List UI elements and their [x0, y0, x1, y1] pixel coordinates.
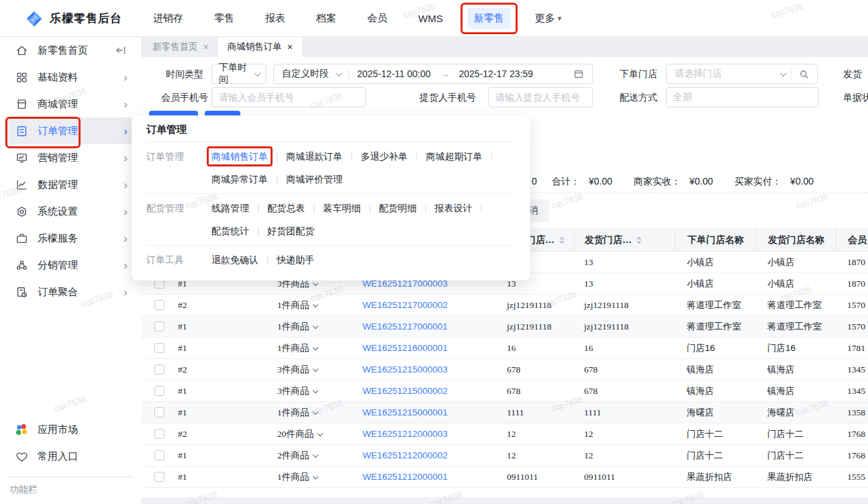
- panel-link-商城销售订单[interactable]: 商城销售订单: [211, 145, 268, 168]
- row-checkbox[interactable]: [154, 386, 164, 396]
- order-number-link[interactable]: WE16251217000001: [363, 321, 448, 332]
- items-count-dropdown[interactable]: 3件商品: [228, 364, 356, 376]
- row-checkbox[interactable]: [154, 429, 164, 439]
- tab-close-icon[interactable]: ×: [287, 42, 293, 52]
- order-number-cell: WE16251216000001: [356, 343, 497, 353]
- date-from-value[interactable]: 2025-12-11 00:00: [357, 68, 431, 79]
- panel-link-线路管理[interactable]: 线路管理: [211, 197, 249, 219]
- items-count-dropdown[interactable]: 1件商品: [228, 321, 356, 333]
- order-number-link[interactable]: WE16251216000001: [363, 343, 448, 353]
- calendar-icon[interactable]: [573, 68, 584, 79]
- sidebar-item-系统设置[interactable]: 系统设置›: [4, 198, 137, 225]
- tab-new-retail-home[interactable]: 新零售首页 ×: [143, 37, 218, 57]
- panel-link-好货团配货[interactable]: 好货团配货: [267, 219, 314, 242]
- sidebar-item-商城管理[interactable]: 商城管理›: [4, 91, 137, 117]
- nav-item-6[interactable]: WMS: [403, 13, 459, 24]
- sidebar-item-label: 基础资料: [38, 71, 114, 84]
- row-checkbox[interactable]: [154, 343, 164, 353]
- tab-mall-sales-orders[interactable]: 商城销售订单 ×: [218, 37, 302, 57]
- chevron-down-icon: [313, 323, 318, 328]
- row-checkbox[interactable]: [154, 300, 164, 310]
- items-count-label: 3件商品: [277, 386, 309, 396]
- order-number-link[interactable]: WE16251212000002: [363, 450, 448, 460]
- order-number-link[interactable]: WE16251215000001: [363, 407, 448, 417]
- sidebar-item-新零售首页[interactable]: 新零售首页: [4, 37, 137, 64]
- sort-icon[interactable]: [559, 236, 565, 244]
- sidebar-item-乐檬服务[interactable]: 乐檬服务›: [4, 225, 137, 252]
- horizontal-scrollbar[interactable]: [141, 497, 868, 504]
- logo-icon: [26, 10, 43, 28]
- panel-link-配货总表[interactable]: 配货总表: [267, 197, 305, 219]
- sidebar-item-常用入口[interactable]: 常用入口: [4, 443, 137, 470]
- sidebar-item-营销管理[interactable]: 营销管理›: [4, 144, 137, 171]
- sidebar-item-订单管理[interactable]: 订单管理›: [4, 117, 137, 144]
- row-index: #1: [171, 321, 228, 332]
- table-row: #11件商品WE162512160000011616门店16门店161781: [141, 338, 868, 359]
- sidebar-item-应用市场[interactable]: 应用市场: [4, 416, 137, 443]
- tab-label: 新零售首页: [152, 41, 198, 53]
- ship-store-code: 16: [574, 343, 675, 354]
- nav-item-4[interactable]: 档案: [301, 12, 352, 25]
- column-header-发货门店…[interactable]: 发货门店…: [574, 228, 675, 252]
- order-store-code: 12: [497, 429, 574, 440]
- sidebar-item-基础资料[interactable]: 基础资料›: [4, 64, 137, 91]
- row-checkbox[interactable]: [154, 364, 164, 374]
- panel-link-报表设计[interactable]: 报表设计: [435, 197, 473, 219]
- nav-item-7[interactable]: 新零售: [467, 8, 511, 29]
- items-count-dropdown[interactable]: 3件商品: [228, 385, 356, 397]
- panel-link-商城超期订单[interactable]: 商城超期订单: [426, 145, 482, 168]
- panel-link-配货统计[interactable]: 配货统计: [211, 219, 249, 242]
- nav-item-8[interactable]: 更多▾: [520, 12, 577, 25]
- order-store-name: 小镇店: [675, 256, 755, 268]
- nav-item-3[interactable]: 报表: [250, 12, 301, 25]
- member-phone-input[interactable]: [219, 92, 358, 103]
- delivery-method-select[interactable]: 全部: [666, 87, 819, 107]
- time-type-select[interactable]: 下单时间: [211, 64, 267, 84]
- items-count-dropdown[interactable]: 2件商品: [228, 450, 356, 462]
- row-checkbox[interactable]: [154, 321, 164, 332]
- tab-close-icon[interactable]: ×: [203, 42, 209, 52]
- items-count-dropdown[interactable]: 20件商品: [228, 428, 356, 440]
- search-icon[interactable]: [799, 69, 809, 79]
- order-store-code: 12: [497, 450, 574, 461]
- order-number-link[interactable]: WE16251215000003: [363, 364, 448, 374]
- nav-item-5[interactable]: 会员: [352, 12, 403, 25]
- nav-item-1[interactable]: 进销存: [138, 12, 199, 25]
- summary-label: 商家实收：: [634, 176, 681, 187]
- nav-item-2[interactable]: 零售: [199, 12, 250, 25]
- nav-item-label: 报表: [265, 12, 285, 25]
- topbar: 乐檬零售后台 进销存零售报表档案会员WMS新零售更多▾: [0, 0, 868, 37]
- pickup-phone-input[interactable]: [495, 92, 585, 103]
- items-count-dropdown[interactable]: 1件商品: [228, 471, 356, 483]
- order-number-link[interactable]: WE16251212000001: [363, 472, 448, 482]
- items-count-dropdown[interactable]: 1件商品: [228, 299, 356, 311]
- order-store-select[interactable]: 请选择门店: [666, 64, 818, 84]
- panel-link-装车明细[interactable]: 装车明细: [323, 197, 360, 219]
- panel-link-快递助手[interactable]: 快递助手: [277, 248, 314, 271]
- chevron-down-icon: [313, 387, 318, 393]
- panel-link-商城异常订单[interactable]: 商城异常订单: [211, 168, 268, 191]
- date-range-control[interactable]: 自定义时段 2025-12-11 00:00 → 2025-12-17 23:5…: [273, 64, 593, 84]
- sidebar-item-分销管理[interactable]: 分销管理›: [4, 252, 137, 279]
- panel-link-商城退款订单[interactable]: 商城退款订单: [286, 145, 342, 168]
- row-checkbox[interactable]: [154, 472, 164, 482]
- sort-icon[interactable]: [636, 236, 642, 244]
- order-number-link[interactable]: WE16251212000003: [363, 429, 448, 439]
- panel-link-退款免确认[interactable]: 退款免确认: [211, 248, 258, 271]
- sidebar-item-订单聚合[interactable]: 订单聚合›: [4, 279, 137, 305]
- row-checkbox[interactable]: [154, 407, 164, 417]
- order-number-link[interactable]: WE16251215000002: [363, 386, 448, 396]
- order-management-menu-panel: 订单管理 订单管理商城销售订单|商城退款订单|多退少补单|商城超期订单|商城异常…: [132, 115, 530, 281]
- link-separator: |: [369, 203, 371, 213]
- date-to-value[interactable]: 2025-12-17 23:59: [459, 68, 534, 79]
- order-number-link[interactable]: WE16251217000002: [363, 300, 448, 310]
- sidebar-item-label: 乐檬服务: [38, 232, 114, 245]
- collapse-sidebar-icon[interactable]: [114, 44, 128, 57]
- panel-link-配货明细[interactable]: 配货明细: [379, 197, 416, 219]
- sidebar-item-数据管理[interactable]: 数据管理›: [4, 171, 137, 198]
- items-count-dropdown[interactable]: 1件商品: [228, 407, 356, 419]
- panel-link-多退少补单[interactable]: 多退少补单: [360, 145, 407, 168]
- panel-link-商城评价管理[interactable]: 商城评价管理: [286, 168, 342, 191]
- items-count-dropdown[interactable]: 1件商品: [228, 342, 356, 354]
- row-checkbox[interactable]: [154, 450, 164, 460]
